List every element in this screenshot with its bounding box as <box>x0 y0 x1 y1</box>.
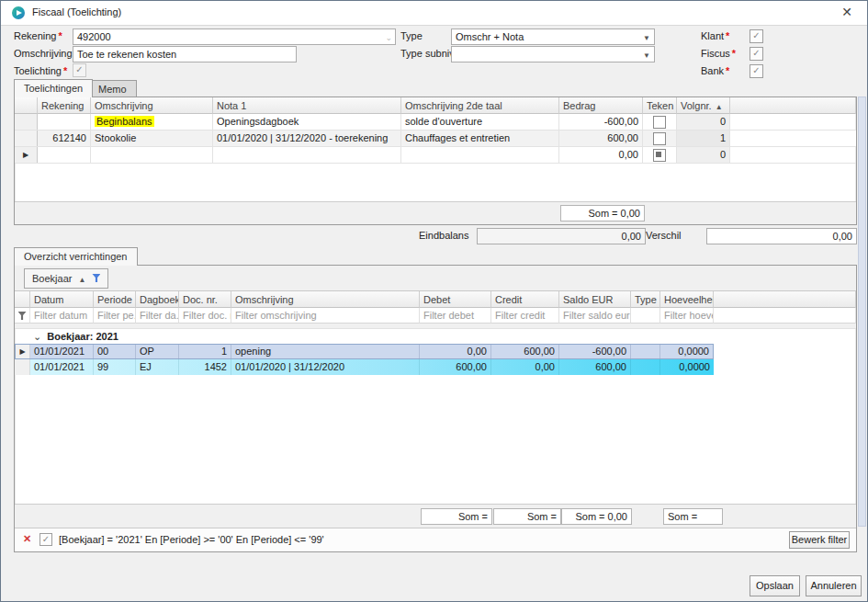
cell-teken[interactable] <box>643 147 677 163</box>
filter-hoeveelheid[interactable]: Filter hoeve... <box>660 308 714 324</box>
groupby-chip-boekjaar[interactable]: Boekjaar ▲ <box>24 268 108 289</box>
cell-volgnr[interactable]: 1 <box>677 131 730 146</box>
expander-icon[interactable]: ⌄ <box>33 331 41 342</box>
close-icon[interactable]: ✕ <box>838 5 856 19</box>
cell-omschrijving[interactable]: Beginbalans <box>91 114 213 130</box>
cell-taal2[interactable]: Chauffages et entretien <box>401 131 559 146</box>
type-subniveau-dropdown[interactable]: ▼ <box>451 46 655 62</box>
cell-omschrijving[interactable] <box>91 147 213 163</box>
col-bedrag[interactable]: Bedrag <box>559 97 643 114</box>
type-dropdown[interactable]: Omschr + Nota▼ <box>451 28 655 45</box>
klant-checkbox[interactable]: ✓ <box>750 29 763 43</box>
cell-type[interactable] <box>631 359 660 375</box>
cell-dagboek[interactable]: OP <box>136 345 179 358</box>
cell-saldo[interactable]: 600,00 <box>559 359 631 375</box>
cell-omschrijving[interactable]: Stookolie <box>91 131 213 146</box>
cell-rekening[interactable] <box>38 147 91 163</box>
col-hoeveelheid[interactable]: Hoeveelheid <box>660 291 714 308</box>
cell-credit[interactable]: 600,00 <box>491 345 559 358</box>
col-teken[interactable]: Teken ... <box>643 97 677 114</box>
col-periode[interactable]: Periode <box>94 291 136 308</box>
opslaan-button[interactable]: Opslaan <box>750 575 800 596</box>
filter-funnel-icon[interactable] <box>92 274 100 282</box>
col-omschrijving[interactable]: Omschrijving <box>231 291 420 308</box>
filter-enabled-checkbox[interactable]: ✓ <box>39 533 52 546</box>
filter-expression[interactable]: [Boekjaar] = '2021' En [Periode] >= '00'… <box>59 534 324 545</box>
cell-teken[interactable] <box>643 114 677 130</box>
cell-volgnr[interactable]: 0 <box>677 114 730 130</box>
table-row-selected[interactable]: ▶ 01/01/2021 00 OP 1 opening 0,00 600,00… <box>15 344 714 359</box>
cell-taal2[interactable]: solde d'ouverture <box>401 114 559 130</box>
toelichting-checkbox[interactable]: ✓ <box>73 63 86 77</box>
annuleren-button[interactable]: Annuleren <box>806 575 862 596</box>
cell-bedrag[interactable]: 600,00 <box>559 131 643 146</box>
cell-periode[interactable]: 99 <box>94 359 136 375</box>
filter-docnr[interactable]: Filter doc. nr. <box>179 308 231 324</box>
tab-overzicht-verrichtingen[interactable]: Overzicht verrichtingen <box>14 247 138 266</box>
cell-debet[interactable]: 600,00 <box>420 359 491 375</box>
cell-taal2[interactable] <box>401 147 559 163</box>
cell-nota1[interactable] <box>213 147 401 163</box>
group-row-boekjaar-2021[interactable]: ⌄Boekjaar: 2021 <box>15 329 856 344</box>
chevron-down-icon[interactable]: ⌄ <box>385 30 392 45</box>
table-row[interactable]: Beginbalans Openingsdagboek solde d'ouve… <box>15 114 856 131</box>
cell-docnr[interactable]: 1452 <box>179 359 231 375</box>
teken-checkbox-indeterminate[interactable] <box>653 149 666 162</box>
filter-periode[interactable]: Filter pe... <box>94 308 136 324</box>
cell-credit[interactable]: 0,00 <box>491 359 559 375</box>
col-nota1[interactable]: Nota 1 <box>213 97 401 114</box>
filter-omschrijving[interactable]: Filter omschrijving <box>231 308 420 324</box>
cell-omschrijving[interactable]: 01/01/2020 | 31/12/2020 <box>231 359 420 375</box>
cell-hoeveelheid[interactable]: 0,0000 <box>660 359 714 375</box>
cell-periode[interactable]: 00 <box>94 345 136 358</box>
col-rekening[interactable]: Rekening <box>38 97 91 114</box>
cell-nota1[interactable]: Openingsdagboek <box>213 114 401 130</box>
table-row-new[interactable]: ▶ 0,00 0 <box>15 147 856 164</box>
filter-datum[interactable]: Filter datum <box>30 308 94 324</box>
bewerk-filter-button[interactable]: Bewerk filter <box>789 531 850 549</box>
col-saldo-eur[interactable]: Saldo EUR <box>559 291 631 308</box>
cell-volgnr[interactable]: 0 <box>677 147 730 163</box>
cell-rekening[interactable]: 612140 <box>38 131 91 146</box>
cell-datum[interactable]: 01/01/2021 <box>30 345 94 358</box>
teken-checkbox[interactable] <box>653 132 666 145</box>
filter-credit[interactable]: Filter credit <box>491 308 559 324</box>
cell-rekening[interactable] <box>38 114 91 130</box>
cell-omschrijving[interactable]: opening <box>231 345 420 358</box>
cell-bedrag[interactable]: 0,00 <box>559 147 643 163</box>
rekening-combobox[interactable]: 492000⌄ <box>73 28 396 45</box>
col-credit[interactable]: Credit <box>491 291 559 308</box>
table-row[interactable]: 612140 Stookolie 01/01/2020 | 31/12/2020… <box>15 131 856 147</box>
cell-type[interactable] <box>631 345 660 358</box>
remove-filter-icon[interactable]: ✕ <box>23 533 31 545</box>
col-omschrijving[interactable]: Omschrijving <box>91 97 213 114</box>
col-omschrijving-2de-taal[interactable]: Omschrijving 2de taal <box>401 97 559 114</box>
col-docnr[interactable]: Doc. nr. <box>179 291 231 308</box>
dropdown-arrow-icon[interactable]: ▼ <box>643 31 650 45</box>
cell-hoeveelheid[interactable]: 0,0000 <box>660 345 713 358</box>
cell-nota1[interactable]: 01/01/2020 | 31/12/2020 - toerekening <box>213 131 401 146</box>
tab-toelichtingen[interactable]: Toelichtingen <box>14 79 93 97</box>
dropdown-arrow-icon[interactable]: ▼ <box>643 49 650 62</box>
cell-datum[interactable]: 01/01/2021 <box>30 359 94 375</box>
filter-type[interactable] <box>631 308 660 324</box>
omschrijving-input[interactable]: Toe te rekenen kosten <box>73 46 297 62</box>
cell-saldo[interactable]: -600,00 <box>559 345 631 358</box>
teken-checkbox[interactable] <box>653 116 666 129</box>
col-datum[interactable]: Datum <box>30 291 94 308</box>
cell-dagboek[interactable]: EJ <box>136 359 179 375</box>
vertical-scrollbar[interactable] <box>858 97 866 527</box>
fiscus-checkbox[interactable]: ✓ <box>750 47 763 61</box>
table-row-highlighted[interactable]: 01/01/2021 99 EJ 1452 01/01/2020 | 31/12… <box>15 359 714 375</box>
filter-debet[interactable]: Filter debet <box>420 308 491 324</box>
cell-debet[interactable]: 0,00 <box>420 345 491 358</box>
cell-docnr[interactable]: 1 <box>179 345 231 358</box>
cell-teken[interactable] <box>643 131 677 146</box>
filter-saldo[interactable]: Filter saldo eur <box>559 308 631 324</box>
filter-dagboek[interactable]: Filter da... <box>136 308 179 324</box>
col-dagboek[interactable]: Dagboek <box>136 291 179 308</box>
col-type[interactable]: Type <box>631 291 660 308</box>
tab-memo[interactable]: Memo <box>88 80 137 97</box>
col-debet[interactable]: Debet <box>420 291 491 308</box>
cell-bedrag[interactable]: -600,00 <box>559 114 643 130</box>
